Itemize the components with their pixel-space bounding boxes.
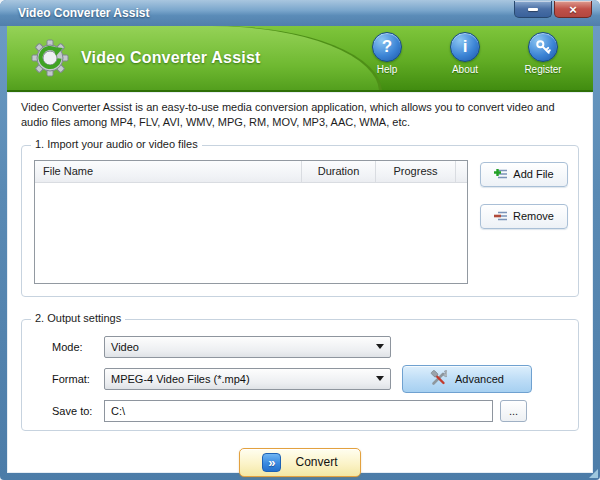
format-label: Format:	[34, 373, 104, 385]
save-to-label: Save to:	[34, 405, 104, 417]
convert-label: Convert	[295, 455, 337, 469]
header-nav: ? Help i About Register	[361, 32, 569, 75]
advanced-button[interactable]: Advanced	[402, 365, 532, 393]
column-duration[interactable]: Duration	[301, 161, 375, 182]
import-section-title: 1. Import your audio or video files	[31, 138, 202, 150]
gear-logo-icon	[31, 39, 69, 77]
mode-value: Video	[111, 341, 376, 353]
tools-icon	[430, 370, 447, 387]
double-chevron-icon: »	[262, 453, 281, 472]
format-row: Format: MPEG-4 Video Files (*.mp4) Advan…	[34, 365, 568, 393]
close-button[interactable]: ×	[554, 1, 592, 18]
format-value: MPEG-4 Video Files (*.mp4)	[111, 373, 376, 385]
resize-grip[interactable]	[589, 469, 598, 478]
help-label: Help	[377, 64, 398, 75]
mode-label: Mode:	[34, 341, 104, 353]
file-actions: Add File Remove	[480, 160, 568, 286]
help-icon: ?	[372, 32, 402, 62]
output-section-title: 2. Output settings	[31, 312, 125, 324]
about-icon: i	[450, 32, 480, 62]
file-list-header: File Name Duration Progress	[35, 161, 467, 183]
save-to-row: Save to: ...	[34, 400, 568, 422]
main-content: Video Converter Assist is an easy-to-use…	[7, 92, 593, 473]
advanced-label: Advanced	[455, 373, 504, 385]
output-section: 2. Output settings Mode: Video Format: M…	[21, 319, 579, 431]
about-button[interactable]: i About	[439, 32, 491, 75]
column-filler	[455, 161, 467, 182]
import-section: 1. Import your audio or video files File…	[21, 145, 579, 297]
format-dropdown[interactable]: MPEG-4 Video Files (*.mp4)	[104, 368, 391, 390]
app-header: Video Converter Assist ? Help i About	[7, 26, 593, 92]
chevron-down-icon	[376, 344, 384, 349]
minimize-button[interactable]	[514, 1, 552, 18]
convert-button[interactable]: » Convert	[239, 448, 361, 477]
column-progress[interactable]: Progress	[375, 161, 455, 182]
register-key-icon	[528, 32, 558, 62]
add-file-button[interactable]: Add File	[480, 162, 568, 187]
mode-dropdown[interactable]: Video	[104, 336, 391, 358]
file-list-body[interactable]	[35, 183, 467, 283]
remove-button[interactable]: Remove	[480, 204, 568, 229]
window-title: Video Converter Assist	[18, 6, 149, 20]
about-label: About	[452, 64, 478, 75]
register-label: Register	[524, 64, 561, 75]
add-file-icon	[494, 168, 508, 181]
chevron-down-icon	[376, 376, 384, 381]
titlebar[interactable]: Video Converter Assist ×	[0, 0, 600, 26]
footer: » Convert	[7, 448, 593, 477]
header-branding: Video Converter Assist	[7, 26, 261, 90]
column-file-name[interactable]: File Name	[35, 161, 301, 182]
window-controls: ×	[514, 1, 592, 18]
app-description: Video Converter Assist is an easy-to-use…	[7, 92, 593, 131]
browse-button[interactable]: ...	[500, 400, 527, 422]
remove-icon	[494, 210, 508, 223]
add-file-label: Add File	[513, 168, 553, 180]
app-window: Video Converter Assist ×	[0, 0, 600, 480]
help-button[interactable]: ? Help	[361, 32, 413, 75]
register-button[interactable]: Register	[517, 32, 569, 75]
app-title: Video Converter Assist	[81, 49, 261, 67]
file-list[interactable]: File Name Duration Progress	[34, 160, 468, 284]
remove-label: Remove	[513, 210, 554, 222]
mode-row: Mode: Video	[34, 336, 568, 358]
save-to-input[interactable]	[104, 400, 493, 422]
minimize-icon	[528, 8, 538, 11]
close-icon: ×	[569, 3, 577, 16]
